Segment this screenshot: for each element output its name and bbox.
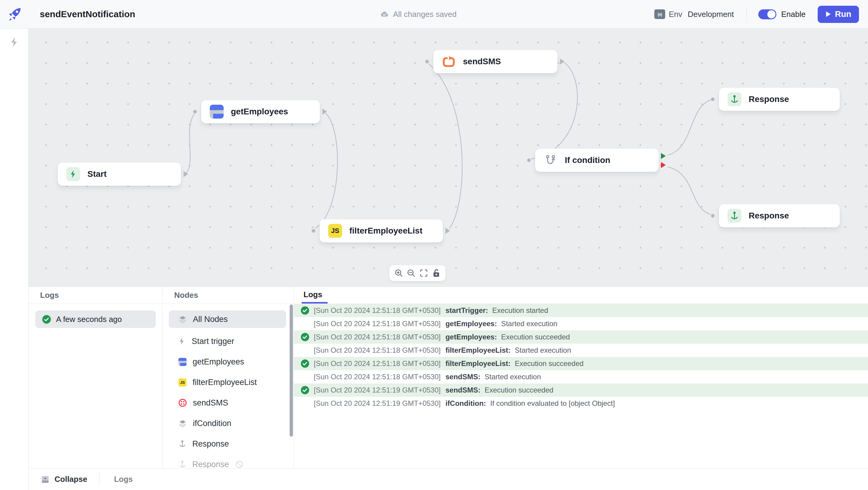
node-filter-getEmployees[interactable]: getEmployees	[169, 351, 286, 372]
node-ifCondition[interactable]: If condition	[535, 148, 659, 172]
workflow-canvas[interactable]: Start getEmployees sendSMS JS fi	[29, 29, 868, 287]
success-check-icon	[301, 333, 310, 342]
node-item-label: Response	[192, 460, 229, 468]
run-button[interactable]: Run	[818, 6, 859, 23]
edge-ifCondition-false-response	[668, 167, 711, 214]
log-message: Started execution	[501, 319, 558, 328]
env-value: Development	[688, 10, 734, 19]
lightning-icon	[66, 167, 80, 181]
log-node-name: filterEmployeeList:	[445, 346, 510, 354]
log-row: [Sun Oct 20 2024 12:51:18 GMT+0530] filt…	[294, 344, 868, 357]
node-filterEmployeeList[interactable]: JS filterEmployeeList	[319, 219, 443, 242]
node-filter-all[interactable]: All Nodes	[169, 311, 286, 328]
input-port[interactable]	[425, 60, 429, 63]
save-status: All changes saved	[379, 10, 457, 19]
run-history-item[interactable]: A few seconds ago	[35, 311, 156, 328]
log-message: If condition evaluated to [object Object…	[490, 399, 615, 408]
edge-filter-sendSMS	[429, 64, 462, 228]
node-item-label: Start trigger	[192, 337, 234, 346]
output-port[interactable]	[184, 171, 188, 177]
input-port[interactable]	[193, 110, 197, 113]
node-response-true[interactable]: Response	[719, 87, 840, 111]
logs-tab-row: Logs	[294, 287, 868, 304]
log-timestamp: [Sun Oct 20 2024 12:51:19 GMT+0530]	[314, 386, 441, 394]
log-message: Started execution	[485, 373, 541, 381]
log-row: [Sun Oct 20 2024 12:51:19 GMT+0530] send…	[294, 383, 868, 397]
node-label: If condition	[565, 155, 610, 165]
debug-panel: Logs A few seconds ago Nodes All Nodes	[29, 287, 868, 468]
log-message: Execution started	[492, 306, 548, 315]
api-query-icon	[442, 55, 456, 68]
log-timestamp: [Sun Oct 20 2024 12:51:18 GMT+0530]	[314, 359, 441, 368]
lock-canvas-button[interactable]	[430, 267, 442, 279]
workflow-editor: sendEventNotification All changes saved …	[0, 0, 868, 490]
node-item-label: ifCondition	[193, 419, 231, 428]
workflow-title[interactable]: sendEventNotification	[40, 9, 135, 19]
layers-icon	[179, 419, 187, 428]
node-filter-ifCondition[interactable]: ifCondition	[169, 413, 286, 434]
input-port[interactable]	[312, 229, 315, 233]
log-timestamp: [Sun Oct 20 2024 12:51:18 GMT+0530]	[314, 319, 441, 328]
node-item-label: sendSMS	[193, 398, 228, 408]
input-port[interactable]	[527, 158, 531, 162]
response-pin-icon	[179, 440, 186, 448]
footer-logs-tab[interactable]: Logs	[114, 474, 133, 484]
log-timestamp: [Sun Oct 20 2024 12:51:18 GMT+0530]	[314, 333, 441, 341]
node-label: Response	[749, 211, 789, 221]
node-filter-response[interactable]: Response	[169, 434, 286, 454]
database-table-icon	[179, 358, 187, 366]
log-row: [Sun Oct 20 2024 12:51:18 GMT+0530] star…	[294, 304, 868, 317]
workflow-nav-icon[interactable]	[9, 36, 20, 48]
runs-panel-header: Logs	[29, 287, 162, 304]
false-output-port[interactable]	[661, 162, 666, 168]
log-row: [Sun Oct 20 2024 12:51:18 GMT+0530] getE…	[294, 330, 868, 344]
output-port[interactable]	[322, 109, 327, 115]
edge-sendSMS-ifCondition	[531, 62, 578, 159]
run-item-label: A few seconds ago	[56, 315, 122, 324]
node-filter-filterEmployeeList[interactable]: JS filterEmployeeList	[169, 372, 286, 393]
output-port[interactable]	[560, 59, 564, 64]
output-port[interactable]	[445, 228, 450, 234]
node-label: filterEmployeeList	[349, 226, 423, 236]
app-logo	[0, 0, 29, 29]
success-check-icon	[301, 385, 310, 395]
tab-logs[interactable]: Logs	[302, 290, 323, 304]
node-filter-sendSMS[interactable]: sendSMS	[169, 393, 286, 413]
zoom-in-button[interactable]	[393, 267, 404, 279]
twilio-icon	[179, 399, 187, 407]
enable-label: Enable	[781, 10, 806, 19]
rocket-logo-icon	[7, 7, 22, 22]
top-bar: sendEventNotification All changes saved …	[29, 0, 868, 29]
enable-toggle[interactable]	[758, 9, 776, 19]
fit-view-button[interactable]	[418, 267, 430, 279]
node-item-label: All Nodes	[193, 315, 228, 324]
log-node-name: ifCondition:	[445, 399, 486, 408]
canvas-zoom-toolbar	[389, 265, 446, 281]
collapse-panel-button[interactable]: Collapse	[41, 474, 87, 484]
node-getEmployees[interactable]: getEmployees	[201, 100, 320, 123]
node-label: Response	[749, 94, 789, 104]
save-status-text: All changes saved	[393, 10, 457, 19]
response-pin-icon	[727, 92, 741, 106]
input-port[interactable]	[711, 214, 715, 218]
response-pin-icon	[179, 460, 186, 468]
node-label: getEmployees	[231, 107, 288, 116]
edge-start-getEmployees	[185, 114, 194, 174]
true-output-port[interactable]	[661, 153, 666, 159]
nodes-panel-header: Nodes	[163, 287, 293, 304]
node-sendSMS[interactable]: sendSMS	[433, 50, 558, 73]
log-message: Started execution	[515, 346, 571, 354]
lightning-icon	[179, 337, 186, 345]
node-response-false[interactable]: Response	[719, 204, 840, 228]
env-icon: {x}	[654, 9, 665, 19]
log-timestamp: [Sun Oct 20 2024 12:51:18 GMT+0530]	[314, 306, 441, 315]
log-row: [Sun Oct 20 2024 12:51:18 GMT+0530] getE…	[294, 317, 868, 330]
node-filter-startTrigger[interactable]: Start trigger	[169, 331, 286, 351]
nodes-panel-scrollbar[interactable]	[290, 305, 293, 437]
play-icon	[825, 11, 831, 18]
node-label: Start	[87, 169, 107, 179]
environment-selector[interactable]: {x} Env Development	[654, 9, 734, 19]
zoom-out-button[interactable]	[405, 267, 417, 279]
node-start[interactable]: Start	[58, 162, 181, 186]
input-port[interactable]	[711, 97, 715, 101]
